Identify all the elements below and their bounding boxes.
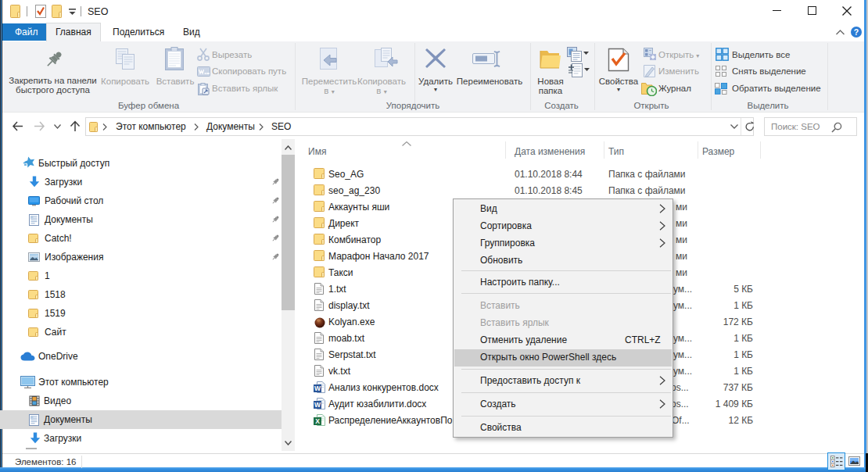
svg-text:W: W xyxy=(314,401,321,409)
svg-text:?: ? xyxy=(854,27,859,37)
svg-text:X: X xyxy=(315,417,320,425)
svg-text:W: W xyxy=(314,384,321,392)
